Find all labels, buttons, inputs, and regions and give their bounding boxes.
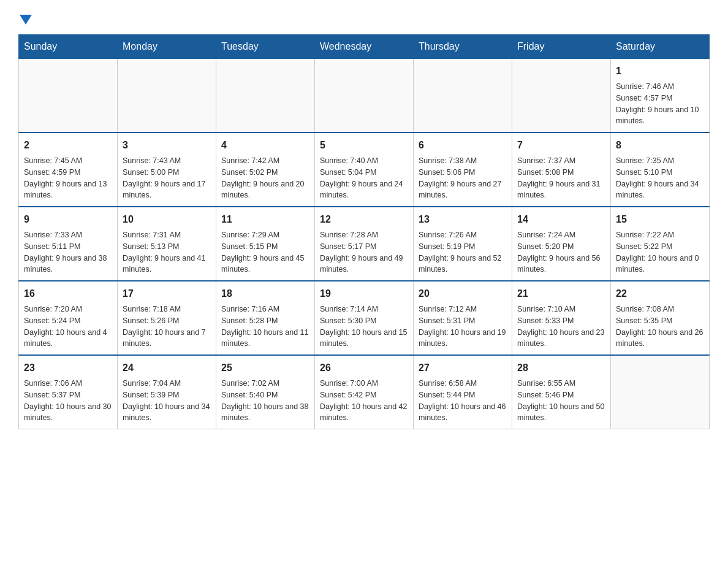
calendar-cell: 8Sunrise: 7:35 AMSunset: 5:10 PMDaylight… [611, 132, 710, 207]
day-number: 25 [221, 361, 309, 375]
day-number: 11 [221, 212, 309, 227]
calendar-cell: 25Sunrise: 7:02 AMSunset: 5:40 PMDayligh… [216, 355, 315, 429]
calendar-week-row: 9Sunrise: 7:33 AMSunset: 5:11 PMDaylight… [19, 207, 710, 281]
day-number: 22 [616, 286, 704, 301]
day-info: Sunrise: 7:00 AMSunset: 5:42 PMDaylight:… [320, 378, 408, 424]
day-info: Sunrise: 7:12 AMSunset: 5:31 PMDaylight:… [419, 304, 507, 350]
day-info: Sunrise: 7:04 AMSunset: 5:39 PMDaylight:… [123, 378, 211, 424]
day-number: 27 [419, 361, 507, 375]
day-info: Sunrise: 7:18 AMSunset: 5:26 PMDaylight:… [123, 304, 211, 350]
day-info: Sunrise: 7:31 AMSunset: 5:13 PMDaylight:… [123, 229, 211, 275]
day-info: Sunrise: 7:06 AMSunset: 5:37 PMDaylight:… [24, 378, 112, 424]
calendar-cell: 15Sunrise: 7:22 AMSunset: 5:22 PMDayligh… [611, 207, 710, 281]
day-info: Sunrise: 7:45 AMSunset: 4:59 PMDaylight:… [24, 155, 112, 201]
calendar-cell [118, 59, 216, 133]
day-header-sunday: Sunday [19, 35, 118, 59]
day-header-friday: Friday [512, 35, 611, 59]
day-number: 20 [419, 286, 507, 301]
day-info: Sunrise: 7:42 AMSunset: 5:02 PMDaylight:… [221, 155, 309, 201]
calendar-week-row: 16Sunrise: 7:20 AMSunset: 5:24 PMDayligh… [19, 281, 710, 355]
day-number: 9 [24, 212, 112, 227]
day-info: Sunrise: 7:35 AMSunset: 5:10 PMDaylight:… [616, 155, 704, 201]
day-info: Sunrise: 7:28 AMSunset: 5:17 PMDaylight:… [320, 229, 408, 275]
day-info: Sunrise: 7:33 AMSunset: 5:11 PMDaylight:… [24, 229, 112, 275]
calendar-cell [19, 59, 118, 133]
calendar-cell: 26Sunrise: 7:00 AMSunset: 5:42 PMDayligh… [315, 355, 414, 429]
day-header-saturday: Saturday [611, 35, 710, 59]
day-header-tuesday: Tuesday [216, 35, 315, 59]
day-info: Sunrise: 7:16 AMSunset: 5:28 PMDaylight:… [221, 304, 309, 350]
calendar-cell [512, 59, 611, 133]
calendar-cell: 7Sunrise: 7:37 AMSunset: 5:08 PMDaylight… [512, 132, 611, 207]
day-header-thursday: Thursday [414, 35, 512, 59]
day-info: Sunrise: 7:10 AMSunset: 5:33 PMDaylight:… [517, 304, 605, 350]
day-number: 6 [419, 138, 507, 153]
day-info: Sunrise: 6:58 AMSunset: 5:44 PMDaylight:… [419, 378, 507, 424]
calendar-cell: 13Sunrise: 7:26 AMSunset: 5:19 PMDayligh… [414, 207, 512, 281]
calendar-cell: 27Sunrise: 6:58 AMSunset: 5:44 PMDayligh… [414, 355, 512, 429]
day-info: Sunrise: 7:38 AMSunset: 5:06 PMDaylight:… [419, 155, 507, 201]
day-info: Sunrise: 7:26 AMSunset: 5:19 PMDaylight:… [419, 229, 507, 275]
day-info: Sunrise: 7:40 AMSunset: 5:04 PMDaylight:… [320, 155, 408, 201]
calendar-cell: 28Sunrise: 6:55 AMSunset: 5:46 PMDayligh… [512, 355, 611, 429]
day-number: 17 [123, 286, 211, 301]
calendar-header-row: SundayMondayTuesdayWednesdayThursdayFrid… [19, 35, 710, 59]
day-number: 19 [320, 286, 408, 301]
day-info: Sunrise: 7:24 AMSunset: 5:20 PMDaylight:… [517, 229, 605, 275]
calendar-cell: 17Sunrise: 7:18 AMSunset: 5:26 PMDayligh… [118, 281, 216, 355]
calendar-cell: 12Sunrise: 7:28 AMSunset: 5:17 PMDayligh… [315, 207, 414, 281]
calendar-cell: 9Sunrise: 7:33 AMSunset: 5:11 PMDaylight… [19, 207, 118, 281]
logo [18, 12, 32, 25]
calendar-cell: 19Sunrise: 7:14 AMSunset: 5:30 PMDayligh… [315, 281, 414, 355]
logo-text-block [18, 12, 32, 25]
day-number: 26 [320, 361, 408, 375]
day-header-wednesday: Wednesday [315, 35, 414, 59]
day-number: 24 [123, 361, 211, 375]
calendar-cell: 11Sunrise: 7:29 AMSunset: 5:15 PMDayligh… [216, 207, 315, 281]
calendar-table: SundayMondayTuesdayWednesdayThursdayFrid… [18, 34, 710, 429]
day-info: Sunrise: 7:02 AMSunset: 5:40 PMDaylight:… [221, 378, 309, 424]
calendar-cell: 20Sunrise: 7:12 AMSunset: 5:31 PMDayligh… [414, 281, 512, 355]
calendar-cell: 3Sunrise: 7:43 AMSunset: 5:00 PMDaylight… [118, 132, 216, 207]
day-number: 4 [221, 138, 309, 153]
calendar-cell: 23Sunrise: 7:06 AMSunset: 5:37 PMDayligh… [19, 355, 118, 429]
calendar-week-row: 23Sunrise: 7:06 AMSunset: 5:37 PMDayligh… [19, 355, 710, 429]
day-number: 14 [517, 212, 605, 227]
calendar-cell: 22Sunrise: 7:08 AMSunset: 5:35 PMDayligh… [611, 281, 710, 355]
day-info: Sunrise: 7:37 AMSunset: 5:08 PMDaylight:… [517, 155, 605, 201]
calendar-cell: 2Sunrise: 7:45 AMSunset: 4:59 PMDaylight… [19, 132, 118, 207]
day-info: Sunrise: 7:46 AMSunset: 4:57 PMDaylight:… [616, 81, 704, 127]
calendar-cell [315, 59, 414, 133]
calendar-cell: 16Sunrise: 7:20 AMSunset: 5:24 PMDayligh… [19, 281, 118, 355]
calendar-week-row: 2Sunrise: 7:45 AMSunset: 4:59 PMDaylight… [19, 132, 710, 207]
day-number: 1 [616, 64, 704, 79]
day-number: 13 [419, 212, 507, 227]
calendar-cell [611, 355, 710, 429]
calendar-cell: 24Sunrise: 7:04 AMSunset: 5:39 PMDayligh… [118, 355, 216, 429]
calendar-cell: 18Sunrise: 7:16 AMSunset: 5:28 PMDayligh… [216, 281, 315, 355]
day-number: 28 [517, 361, 605, 375]
day-number: 10 [123, 212, 211, 227]
calendar-week-row: 1Sunrise: 7:46 AMSunset: 4:57 PMDaylight… [19, 59, 710, 133]
day-number: 8 [616, 138, 704, 153]
calendar-cell: 1Sunrise: 7:46 AMSunset: 4:57 PMDaylight… [611, 59, 710, 133]
day-number: 2 [24, 138, 112, 153]
day-number: 23 [24, 361, 112, 375]
calendar-cell: 4Sunrise: 7:42 AMSunset: 5:02 PMDaylight… [216, 132, 315, 207]
day-info: Sunrise: 7:14 AMSunset: 5:30 PMDaylight:… [320, 304, 408, 350]
day-info: Sunrise: 7:43 AMSunset: 5:00 PMDaylight:… [123, 155, 211, 201]
day-number: 18 [221, 286, 309, 301]
day-info: Sunrise: 7:08 AMSunset: 5:35 PMDaylight:… [616, 304, 704, 350]
day-info: Sunrise: 7:20 AMSunset: 5:24 PMDaylight:… [24, 304, 112, 350]
calendar-cell [414, 59, 512, 133]
calendar-cell: 10Sunrise: 7:31 AMSunset: 5:13 PMDayligh… [118, 207, 216, 281]
calendar-cell: 6Sunrise: 7:38 AMSunset: 5:06 PMDaylight… [414, 132, 512, 207]
logo-triangle-icon [20, 15, 32, 25]
day-number: 3 [123, 138, 211, 153]
calendar-cell: 5Sunrise: 7:40 AMSunset: 5:04 PMDaylight… [315, 132, 414, 207]
day-number: 15 [616, 212, 704, 227]
day-number: 12 [320, 212, 408, 227]
day-number: 7 [517, 138, 605, 153]
day-number: 21 [517, 286, 605, 301]
day-header-monday: Monday [118, 35, 216, 59]
